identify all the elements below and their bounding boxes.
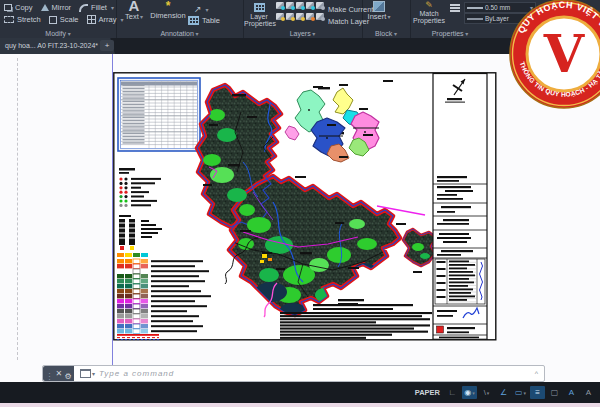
annotation-visibility-icon[interactable]: A bbox=[564, 386, 579, 399]
layer-tool-icon[interactable] bbox=[276, 2, 284, 9]
text-icon: A bbox=[122, 0, 146, 12]
scale-button[interactable]: Scale bbox=[49, 15, 79, 24]
panel-modify: Copy Mirror Fillet Stretch Scale Array M… bbox=[0, 0, 117, 38]
legend-boundary-line bbox=[117, 334, 159, 336]
layer-tool-icon[interactable] bbox=[276, 13, 284, 20]
properties-panel-label[interactable]: Properties bbox=[410, 30, 490, 37]
fillet-icon bbox=[79, 4, 88, 12]
stretch-icon bbox=[4, 16, 14, 23]
paper-margin-dashed-line bbox=[17, 58, 18, 360]
command-input[interactable]: Type a command bbox=[99, 369, 174, 378]
stretch-button[interactable]: Stretch bbox=[4, 15, 41, 24]
table-icon bbox=[188, 16, 199, 25]
status-bar: PAPER ∟◉▾\▾∠▭▾≡▢AA bbox=[0, 382, 600, 403]
leader-button[interactable]: ↗ bbox=[194, 4, 209, 14]
panel-layers: Layer Properties Make Current Match Laye… bbox=[243, 0, 363, 38]
company-stamp bbox=[437, 326, 444, 333]
copy-icon bbox=[4, 4, 12, 11]
lineweight-preview bbox=[467, 7, 483, 9]
annotation-panel-label[interactable]: Annotation bbox=[116, 30, 243, 37]
logo-letter: V bbox=[543, 23, 586, 84]
status-toggles: ∟◉▾\▾∠▭▾≡▢AA bbox=[445, 386, 596, 399]
paper-space-toggle[interactable]: PAPER bbox=[415, 388, 440, 397]
scale-icon bbox=[49, 16, 57, 24]
close-command-icon[interactable]: ✕ bbox=[56, 369, 63, 378]
mirror-button[interactable]: Mirror bbox=[41, 3, 72, 12]
customize-icon[interactable] bbox=[65, 365, 72, 383]
text-button[interactable]: A Text bbox=[122, 0, 146, 21]
leader-icon: ↗ bbox=[194, 4, 202, 14]
drag-grip-icon[interactable] bbox=[45, 365, 53, 383]
polar-tracking-icon[interactable]: \▾ bbox=[479, 386, 494, 399]
command-bar-controls: ✕ bbox=[43, 366, 74, 381]
layout-sheet bbox=[113, 72, 497, 341]
snap-icon[interactable]: ◉▾ bbox=[462, 386, 477, 399]
file-tab[interactable]: quy hoa... A0 FIT.23-10-2024* ✕ bbox=[0, 38, 115, 54]
command-bar[interactable]: ✕ ▾ Type a command ^ bbox=[42, 365, 545, 382]
layer-tool-icon[interactable] bbox=[286, 2, 294, 9]
block-panel-label[interactable]: Block bbox=[362, 30, 410, 37]
land-use-table bbox=[118, 78, 200, 151]
match-properties-icon: ✎ bbox=[412, 1, 446, 10]
layer-tool-icon[interactable] bbox=[296, 2, 304, 9]
lineweight-list-icon bbox=[450, 4, 460, 12]
layer-properties-button[interactable]: Layer Properties bbox=[244, 3, 274, 27]
layer-tool-icon[interactable] bbox=[296, 13, 304, 20]
annotation-autoscale-icon[interactable]: A bbox=[581, 386, 596, 399]
modify-panel-label[interactable]: Modify bbox=[0, 30, 116, 37]
title-block bbox=[433, 74, 487, 340]
layer-tool-icon[interactable] bbox=[286, 13, 294, 20]
layer-tools[interactable] bbox=[276, 2, 325, 23]
copy-button[interactable]: Copy bbox=[4, 3, 33, 12]
mirror-icon bbox=[41, 4, 49, 11]
autocad-window: Copy Mirror Fillet Stretch Scale Array M… bbox=[0, 0, 600, 407]
command-history-toggle[interactable]: ^ bbox=[535, 370, 538, 377]
bottom-strip bbox=[0, 403, 600, 407]
recent-commands-icon[interactable] bbox=[80, 369, 91, 378]
layer-tool-icon[interactable] bbox=[306, 2, 314, 9]
file-tab-title: quy hoa... A0 FIT.23-10-2024* bbox=[5, 38, 98, 54]
fillet-button[interactable]: Fillet bbox=[79, 3, 114, 12]
new-tab-button[interactable]: + bbox=[100, 40, 114, 51]
selection-cycling-icon[interactable]: ▢ bbox=[547, 386, 562, 399]
color-preview bbox=[467, 18, 483, 20]
insert-button[interactable]: Insert bbox=[366, 1, 392, 21]
chevron-down-icon[interactable]: ▾ bbox=[92, 370, 95, 377]
match-properties-button[interactable]: ✎ Match Properties bbox=[412, 1, 446, 24]
array-icon bbox=[87, 15, 96, 24]
map-drawing bbox=[113, 72, 497, 341]
panel-block: Insert Block bbox=[362, 0, 411, 38]
panel-annotation: A Text * Dimension ↗ Table Annotation bbox=[116, 0, 244, 38]
layer-tool-icon[interactable] bbox=[316, 2, 324, 9]
dimension-button[interactable]: * Dimension bbox=[148, 1, 188, 20]
layer-tool-icon[interactable] bbox=[306, 13, 314, 20]
grid-icon[interactable]: ∟ bbox=[445, 386, 460, 399]
insert-icon bbox=[373, 1, 385, 12]
table-button[interactable]: Table bbox=[188, 16, 220, 25]
lineweight-icon[interactable]: ≡ bbox=[530, 386, 545, 399]
isometric-drafting-icon[interactable]: ∠ bbox=[496, 386, 511, 399]
layer-tool-icon[interactable] bbox=[316, 13, 324, 20]
dimension-icon: * bbox=[148, 1, 188, 11]
layers-panel-label[interactable]: Layers bbox=[243, 30, 362, 37]
osnap-icon[interactable]: ▭▾ bbox=[513, 386, 528, 399]
layer-properties-icon bbox=[254, 3, 265, 12]
quyhoach-vietvn-watermark: QUY HOẠCH VIỆT VN THÔNG TIN QUY HOẠCH - … bbox=[505, 0, 600, 114]
